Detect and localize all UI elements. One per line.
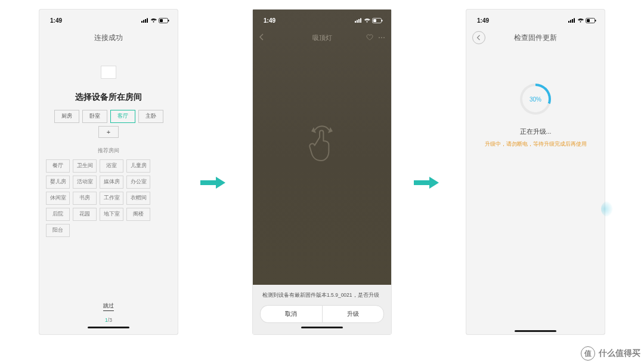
svg-rect-13 xyxy=(373,19,376,22)
status-time: 1:49 xyxy=(264,17,275,24)
recommend-room-chip[interactable]: 后院 xyxy=(46,208,70,221)
recommend-label: 推荐房间 xyxy=(98,147,119,155)
recommend-room-chip[interactable]: 阁楼 xyxy=(126,208,150,221)
svg-rect-21 xyxy=(568,21,569,23)
pager-total: /3 xyxy=(108,317,112,323)
progress-ring: 30% xyxy=(520,84,551,115)
status-bar: 1:49 xyxy=(39,10,178,29)
svg-rect-24 xyxy=(574,19,575,23)
svg-rect-14 xyxy=(382,20,383,21)
recommend-room-chip[interactable]: 卫生间 xyxy=(73,159,97,173)
upgrade-button[interactable]: 升级 xyxy=(322,305,385,323)
back-button[interactable] xyxy=(259,32,265,43)
arrow-right-icon xyxy=(200,177,225,189)
status-icons xyxy=(568,18,596,23)
watermark-text: 什么值得买 xyxy=(599,348,640,359)
nav-title: 连接成功 xyxy=(94,33,123,42)
wifi-icon xyxy=(364,18,370,23)
battery-icon xyxy=(159,18,169,23)
update-warning: 升级中，请勿断电，等待升级完成后再使用 xyxy=(485,141,587,148)
nav-bar: 检查固件更新 xyxy=(466,29,605,47)
svg-point-17 xyxy=(383,37,385,38)
svg-rect-27 xyxy=(595,20,596,21)
heart-icon[interactable] xyxy=(366,34,373,41)
svg-rect-22 xyxy=(570,20,571,23)
recommend-room-chip[interactable]: 地下室 xyxy=(100,208,123,221)
battery-icon xyxy=(372,18,383,23)
room-tag[interactable]: 厨房 xyxy=(54,110,79,123)
battery-icon xyxy=(586,18,596,23)
recommend-room-chip[interactable]: 衣帽间 xyxy=(126,192,150,205)
svg-rect-3 xyxy=(147,19,148,23)
screen1-footer: 跳过 1/3 xyxy=(44,302,173,334)
svg-rect-2 xyxy=(145,19,146,23)
recommend-room-chip[interactable]: 阳台 xyxy=(46,224,70,237)
recommend-room-chip[interactable]: 餐厅 xyxy=(46,159,70,173)
back-button[interactable] xyxy=(472,31,485,44)
updating-status: 正在升级... xyxy=(520,128,552,136)
more-icon[interactable] xyxy=(378,34,385,41)
add-room-button[interactable]: + xyxy=(98,126,119,138)
recommend-room-chip[interactable]: 婴儿房 xyxy=(46,176,70,189)
room-tag[interactable]: 客厅 xyxy=(110,110,135,123)
svg-rect-0 xyxy=(141,21,143,23)
recommend-room-chip[interactable]: 活动室 xyxy=(73,176,97,189)
recommend-room-chip[interactable]: 休闲室 xyxy=(46,192,70,205)
user-rooms-row: 厨房卧室客厅主卧+ xyxy=(44,110,173,138)
progress-percent: 30% xyxy=(522,86,549,112)
svg-marker-20 xyxy=(414,177,439,189)
phone-screen-2: 1:49 吸顶灯 xyxy=(253,10,391,334)
chevron-left-icon xyxy=(259,33,265,41)
cancel-button[interactable]: 取消 xyxy=(260,305,322,323)
svg-rect-11 xyxy=(360,19,361,23)
swipe-hand-icon xyxy=(305,118,339,165)
phone-screen-1: 1:49 连接成功 选择设备所在房间 厨房卧室客厅主卧+ 推荐房间 餐厅卫生间浴… xyxy=(39,10,178,334)
wifi-icon xyxy=(150,18,157,23)
wifi-icon xyxy=(577,18,584,23)
home-indicator[interactable] xyxy=(88,327,129,328)
recommend-room-chip[interactable]: 工作室 xyxy=(100,192,123,205)
screen2-dimmed-area: 1:49 吸顶灯 xyxy=(253,10,391,285)
svg-point-15 xyxy=(379,37,380,38)
home-indicator[interactable] xyxy=(301,327,343,328)
recommend-room-chip[interactable]: 儿童房 xyxy=(126,159,150,173)
phone-screen-3: 1:49 检查固件更新 30% 正在升级... 升级中，请勿断电，等待升级完成后… xyxy=(466,10,605,334)
svg-rect-10 xyxy=(358,19,360,23)
svg-rect-26 xyxy=(587,19,590,22)
room-tag[interactable]: 主卧 xyxy=(138,110,163,123)
recommend-room-chip[interactable]: 书房 xyxy=(73,192,97,205)
canvas: 1:49 连接成功 选择设备所在房间 厨房卧室客厅主卧+ 推荐房间 餐厅卫生间浴… xyxy=(0,0,644,363)
svg-rect-9 xyxy=(357,20,358,23)
svg-rect-23 xyxy=(572,19,573,23)
screen3-body: 30% 正在升级... 升级中，请勿断电，等待升级完成后再使用 xyxy=(466,47,605,327)
status-bar: 1:49 xyxy=(466,10,605,29)
svg-rect-6 xyxy=(168,20,169,21)
upgrade-action-sheet: 检测到设备有最新固件版本1.5.9_0021，是否升级 取消 升级 xyxy=(253,285,391,334)
device-thumbnail xyxy=(101,66,116,79)
signal-icon xyxy=(141,18,148,23)
svg-rect-8 xyxy=(355,21,356,23)
recommend-room-chip[interactable]: 办公室 xyxy=(126,176,150,189)
svg-point-16 xyxy=(381,37,382,38)
nav-right-buttons xyxy=(366,34,385,41)
screen1-body: 选择设备所在房间 厨房卧室客厅主卧+ 推荐房间 餐厅卫生间浴室儿童房婴儿房活动室… xyxy=(39,47,178,334)
status-icons xyxy=(141,18,169,23)
signal-icon xyxy=(355,18,362,23)
nav-title: 检查固件更新 xyxy=(514,33,557,42)
svg-rect-5 xyxy=(160,19,163,22)
watermark: 值 什么值得买 xyxy=(577,344,644,363)
svg-rect-1 xyxy=(143,20,144,23)
recommend-rooms-grid: 餐厅卫生间浴室儿童房婴儿房活动室媒体房办公室休闲室书房工作室衣帽间后院花园地下室… xyxy=(44,159,174,237)
room-tag[interactable]: 卧室 xyxy=(82,110,107,123)
side-decoration xyxy=(601,201,613,217)
recommend-room-chip[interactable]: 花园 xyxy=(73,208,97,221)
status-icons xyxy=(355,18,383,23)
home-indicator[interactable] xyxy=(515,330,556,332)
recommend-room-chip[interactable]: 媒体房 xyxy=(100,176,123,189)
watermark-badge: 值 xyxy=(581,346,595,361)
nav-bar-dimmed: 吸顶灯 xyxy=(253,29,391,47)
arrow-right-icon xyxy=(414,177,439,189)
skip-button[interactable]: 跳过 xyxy=(103,302,114,311)
upgrade-button-row: 取消 升级 xyxy=(260,305,384,323)
recommend-room-chip[interactable]: 浴室 xyxy=(100,159,123,173)
